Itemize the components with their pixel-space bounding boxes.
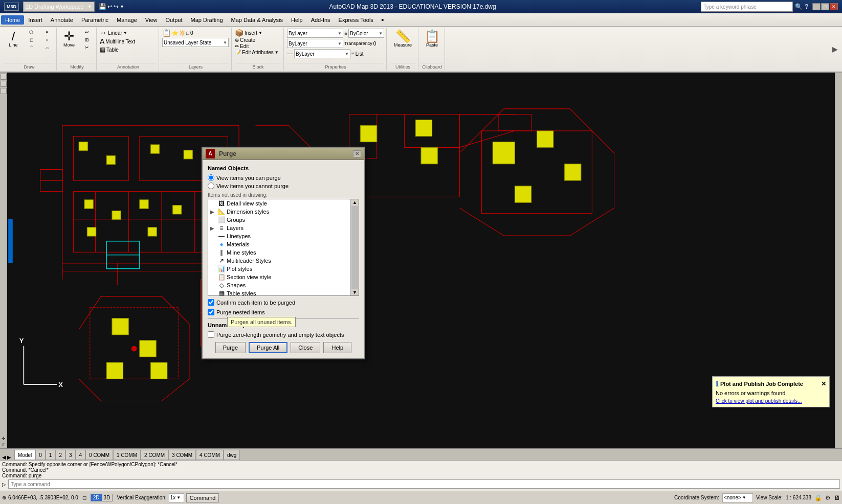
- menu-map-data[interactable]: Map Data & Analysis: [227, 15, 287, 25]
- tab-0comm[interactable]: 0 COMM: [85, 450, 113, 460]
- list-item-groups[interactable]: ⬜ Groups: [208, 216, 359, 224]
- vert-exag-dropdown[interactable]: 1x ▼: [169, 493, 184, 502]
- notification-link[interactable]: Click to view plot and publish details..…: [716, 398, 826, 404]
- menu-more[interactable]: ▸: [378, 15, 389, 25]
- list-item-mline-styles[interactable]: ∥ Mline styles: [208, 248, 359, 257]
- sidebar-btn-3[interactable]: [1, 88, 7, 94]
- bylayer2-dropdown[interactable]: ByLayer ▼: [287, 39, 343, 48]
- sidebar-btn-2[interactable]: [1, 81, 7, 87]
- view-can-purge-option[interactable]: View items you can purge: [208, 174, 359, 181]
- confirm-checkbox[interactable]: [208, 299, 214, 306]
- 3d-button[interactable]: 3D: [102, 494, 113, 501]
- list-item-shapes[interactable]: ◇ Shapes: [208, 281, 359, 289]
- linear-dropdown[interactable]: ▼: [123, 31, 127, 35]
- list-item-detail-view-style[interactable]: 🖼 Detail view style: [208, 199, 359, 208]
- restore-button[interactable]: □: [821, 3, 829, 10]
- command-input[interactable]: [8, 479, 840, 489]
- tab-3[interactable]: 3: [65, 450, 76, 460]
- settings-icon[interactable]: ⚙: [825, 494, 831, 501]
- menu-express-tools[interactable]: Express Tools: [335, 15, 378, 25]
- notification-close-button[interactable]: ✕: [821, 380, 826, 387]
- ribbon-draw-tool-2[interactable]: ◻: [24, 36, 38, 43]
- purge-zero-checkbox[interactable]: [208, 331, 214, 338]
- display-icon[interactable]: 🖥: [834, 494, 840, 501]
- menu-manage[interactable]: Manage: [113, 15, 141, 25]
- list-item-section-view-style[interactable]: 📋 Section view style: [208, 273, 359, 281]
- expand-icon-2[interactable]: ▶: [210, 209, 216, 215]
- menu-parametric[interactable]: Parametric: [77, 15, 113, 25]
- tab-next-icon[interactable]: ▶: [7, 454, 11, 460]
- menu-view[interactable]: View: [141, 15, 162, 25]
- search-box[interactable]: Type a keyword phrase: [701, 2, 793, 12]
- ribbon-modify-tool-1[interactable]: ↩: [80, 29, 94, 36]
- close-button[interactable]: Close: [291, 342, 320, 353]
- ribbon-draw-tool-6[interactable]: ⌓: [40, 44, 54, 52]
- workspace-selector[interactable]: 2D Drafting Workspace ▼: [23, 2, 95, 12]
- tab-dwg[interactable]: dwg: [224, 450, 240, 460]
- tab-0[interactable]: 0: [35, 450, 46, 460]
- edit-attributes-dropdown[interactable]: ▼: [275, 50, 279, 55]
- menu-home[interactable]: Home: [1, 15, 24, 25]
- ribbon-move-button[interactable]: ✛ Move: [60, 29, 78, 49]
- bylayer-color-dropdown[interactable]: ByLayer ▼: [287, 29, 343, 38]
- ribbon-modify-tool-3[interactable]: ✂: [80, 44, 94, 51]
- list-scrollbar[interactable]: ▲ ▼: [350, 199, 359, 295]
- expand-icon-4[interactable]: ▶: [210, 225, 216, 231]
- scrollbar-up-button[interactable]: ▲: [351, 199, 359, 205]
- tab-prev-icon[interactable]: ◀: [2, 454, 6, 460]
- menu-output[interactable]: Output: [162, 15, 187, 25]
- layer-state-dropdown[interactable]: Unsaved Layer State ▼: [162, 38, 229, 47]
- menu-add-ins[interactable]: Add-Ins: [307, 15, 335, 25]
- help-button[interactable]: Help: [323, 342, 351, 353]
- lock-icon[interactable]: 🔒: [814, 494, 822, 501]
- grid-icon[interactable]: #: [2, 442, 5, 447]
- menu-annotate[interactable]: Annotate: [47, 15, 77, 25]
- close-button[interactable]: ✕: [830, 3, 838, 10]
- dropdown-arrow-qa[interactable]: ▼: [120, 4, 124, 9]
- sidebar-btn-1[interactable]: [1, 74, 7, 80]
- search-icon[interactable]: 🔍: [795, 3, 803, 10]
- scrollbar-thumb[interactable]: [351, 206, 358, 289]
- bylayer3-dropdown[interactable]: ByLayer ▼: [294, 49, 350, 58]
- save-icon[interactable]: 💾: [99, 3, 106, 10]
- purge-all-button[interactable]: Purge All: [249, 342, 287, 353]
- menu-help[interactable]: Help: [287, 15, 307, 25]
- bycolor-dropdown[interactable]: ByColor ▼: [348, 29, 384, 38]
- view-can-purge-radio[interactable]: [208, 174, 214, 181]
- tab-2[interactable]: 2: [55, 450, 65, 460]
- dialog-close-button[interactable]: ✕: [353, 150, 361, 157]
- ribbon-modify-tool-2[interactable]: ⊞: [80, 36, 94, 43]
- redo-icon[interactable]: ↪: [114, 3, 119, 10]
- purge-button[interactable]: Purge: [215, 342, 246, 353]
- view-cannot-purge-radio[interactable]: [208, 182, 214, 189]
- menu-map-drafting[interactable]: Map Drafting: [187, 15, 227, 25]
- command-button[interactable]: Command: [186, 493, 219, 502]
- list-item-linetypes[interactable]: — Linetypes: [208, 232, 359, 240]
- tab-2comm[interactable]: 2 COMM: [141, 450, 168, 460]
- undo-icon[interactable]: ↩: [107, 3, 113, 10]
- list-item-multileader-styles[interactable]: ↗ Multileader Styles: [208, 257, 359, 265]
- list-item-dimension-styles[interactable]: ▶ 📐 Dimension styles: [208, 208, 359, 216]
- items-list[interactable]: 🖼 Detail view style ▶ 📐 Dimension styles…: [208, 199, 359, 296]
- ribbon-draw-tool-1[interactable]: ⬡: [24, 29, 38, 36]
- tab-4comm[interactable]: 4 COMM: [196, 450, 224, 460]
- tab-model[interactable]: Model: [14, 450, 35, 460]
- list-item-table-styles[interactable]: ▦ Table styles: [208, 289, 359, 296]
- menu-insert[interactable]: Insert: [24, 15, 47, 25]
- ribbon-draw-tool-3[interactable]: ⌒: [24, 44, 38, 53]
- list-item-plot-styles[interactable]: 📊 Plot styles: [208, 265, 359, 273]
- coord-system-dropdown[interactable]: <none> ▼: [722, 493, 753, 502]
- tab-4[interactable]: 4: [76, 450, 86, 460]
- scrollbar-down-button[interactable]: ▼: [351, 289, 359, 295]
- ribbon-draw-tool-5[interactable]: ○: [40, 36, 54, 43]
- ribbon-expand-icon[interactable]: ▶: [832, 45, 838, 53]
- measure-button[interactable]: 📏 Measure: [390, 29, 416, 49]
- 2d-button[interactable]: 2D: [91, 494, 102, 501]
- tab-3comm[interactable]: 3 COMM: [168, 450, 196, 460]
- help-icon[interactable]: ?: [805, 3, 808, 10]
- ribbon-draw-tool-4[interactable]: ✦: [40, 29, 54, 36]
- tab-1[interactable]: 1: [46, 450, 56, 460]
- paste-button[interactable]: 📋 Paste: [422, 29, 442, 49]
- snap-icon[interactable]: ✛: [2, 436, 6, 441]
- nested-checkbox[interactable]: [208, 309, 214, 315]
